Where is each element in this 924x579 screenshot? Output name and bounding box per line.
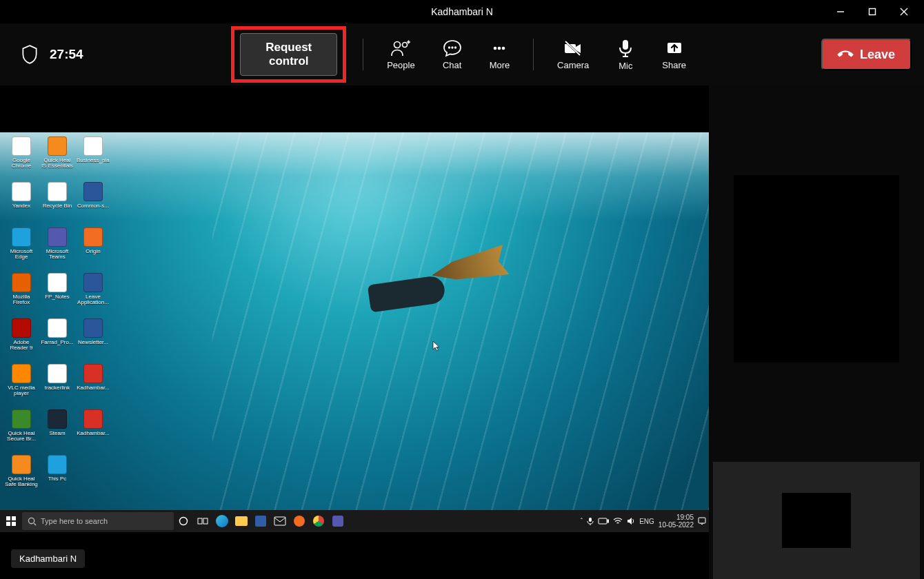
camera-button[interactable]: Camera bbox=[550, 39, 596, 70]
pinned-chrome[interactable] bbox=[309, 511, 328, 531]
presenter-name-tag: Kadhambari N bbox=[11, 549, 85, 568]
mic-button[interactable]: Mic bbox=[610, 39, 641, 71]
pinned-edge[interactable] bbox=[212, 511, 232, 531]
self-video-container bbox=[713, 462, 920, 579]
svg-rect-11 bbox=[6, 516, 10, 520]
svg-rect-18 bbox=[203, 518, 208, 524]
taskbar: Type here to search ˆ ENG bbox=[0, 510, 709, 532]
desktop-app-icon[interactable]: Quick Heal Secure Br... bbox=[4, 409, 39, 451]
svg-point-4 bbox=[452, 47, 453, 48]
share-button[interactable]: Share bbox=[655, 39, 693, 70]
more-label: More bbox=[490, 60, 510, 70]
svg-rect-22 bbox=[607, 520, 609, 522]
svg-point-2 bbox=[403, 42, 408, 47]
svg-point-7 bbox=[498, 46, 501, 50]
tray-mic-icon[interactable] bbox=[587, 517, 594, 525]
mic-label: Mic bbox=[619, 61, 632, 71]
desktop-app-icon[interactable]: Recycle Bin bbox=[40, 182, 74, 223]
pinned-explorer[interactable] bbox=[232, 511, 251, 531]
tray-notifications-icon[interactable] bbox=[698, 517, 706, 525]
start-button[interactable] bbox=[3, 513, 19, 529]
desktop-app-icon[interactable]: Steam bbox=[40, 409, 74, 451]
self-video-tile[interactable] bbox=[782, 493, 851, 548]
shared-desktop: Google ChromeQuick Heal IS EssentialsBus… bbox=[0, 132, 709, 532]
desktop-app-icon[interactable]: Kadhambar... bbox=[76, 409, 110, 451]
desktop-app-icon[interactable]: Microsoft Teams bbox=[40, 227, 74, 269]
leave-label: Leave bbox=[860, 48, 895, 62]
search-placeholder: Type here to search bbox=[41, 517, 108, 525]
chat-button[interactable]: Chat bbox=[436, 39, 469, 70]
desktop-app-icon[interactable]: Origin bbox=[76, 227, 110, 269]
desktop-app-icon[interactable]: Farrad_Pro... bbox=[40, 318, 74, 360]
desktop-app-icon[interactable]: Adobe Reader 9 bbox=[4, 318, 39, 360]
people-button[interactable]: People bbox=[380, 39, 421, 70]
minimize-button[interactable] bbox=[825, 0, 856, 23]
pinned-store[interactable] bbox=[251, 511, 270, 531]
desktop-app-icon[interactable]: Quick Heal IS Essentials bbox=[40, 136, 74, 178]
participants-panel bbox=[709, 85, 924, 579]
desktop-app-icon[interactable]: Newsletter... bbox=[76, 318, 110, 360]
mic-icon bbox=[616, 39, 634, 58]
desktop-app-icon[interactable]: VLC media player bbox=[4, 364, 39, 405]
desktop-app-icon[interactable]: Business_plan bbox=[76, 136, 110, 178]
close-button[interactable] bbox=[888, 0, 920, 23]
svg-rect-20 bbox=[589, 518, 592, 522]
desktop-app-icon[interactable]: Kadhambar... bbox=[76, 364, 110, 405]
pinned-origin[interactable] bbox=[290, 511, 309, 531]
camera-label: Camera bbox=[557, 60, 589, 70]
svg-rect-14 bbox=[12, 522, 16, 526]
svg-rect-23 bbox=[699, 518, 705, 523]
desktop-app-icon[interactable]: Microsoft Edge bbox=[4, 227, 39, 269]
call-duration: 27:54 bbox=[50, 47, 83, 62]
svg-point-3 bbox=[448, 47, 450, 48]
cursor-icon bbox=[432, 341, 441, 354]
desktop-app-icon[interactable]: trackerlink bbox=[40, 364, 74, 405]
desktop-app-icon[interactable]: Quick Heal Safe Banking bbox=[4, 455, 39, 496]
leave-button[interactable]: Leave bbox=[821, 39, 912, 70]
svg-point-15 bbox=[28, 518, 34, 523]
svg-point-16 bbox=[180, 518, 188, 525]
desktop-app-icon[interactable]: Leave Application... bbox=[76, 273, 110, 314]
camera-off-icon bbox=[563, 39, 583, 57]
desktop-app-icon[interactable]: Common-s... bbox=[76, 182, 110, 223]
tray-volume-icon[interactable] bbox=[627, 517, 635, 525]
tray-date[interactable]: 10-05-2022 bbox=[659, 521, 694, 529]
taskbar-search[interactable]: Type here to search bbox=[22, 512, 174, 530]
separator bbox=[533, 39, 534, 70]
call-toolbar: 27:54 Request control People Chat bbox=[0, 23, 924, 85]
tray-arrow-icon[interactable]: ˆ bbox=[581, 518, 583, 525]
more-button[interactable]: More bbox=[483, 39, 517, 70]
tray-language[interactable]: ENG bbox=[639, 518, 654, 525]
chat-icon bbox=[443, 39, 462, 57]
svg-point-6 bbox=[494, 46, 497, 50]
svg-point-8 bbox=[502, 46, 505, 50]
cortana-icon[interactable] bbox=[174, 511, 193, 531]
participant-video-tile[interactable] bbox=[734, 175, 899, 363]
maximize-button[interactable] bbox=[856, 0, 888, 23]
tray-time[interactable]: 19:05 bbox=[659, 514, 694, 521]
shared-screen-area: Google ChromeQuick Heal IS EssentialsBus… bbox=[0, 85, 709, 579]
desktop-app-icon[interactable]: FP_Notes bbox=[40, 273, 74, 314]
svg-point-5 bbox=[454, 47, 456, 48]
svg-rect-21 bbox=[599, 518, 607, 524]
svg-rect-9 bbox=[623, 40, 628, 50]
pinned-mail[interactable] bbox=[270, 511, 290, 531]
tray-battery-icon[interactable] bbox=[598, 518, 609, 525]
pinned-teams[interactable] bbox=[328, 511, 348, 531]
request-control-button[interactable]: Request control bbox=[240, 33, 337, 76]
window-title: Kadhambari N bbox=[0, 6, 924, 17]
chat-label: Chat bbox=[443, 60, 461, 70]
desktop-app-icon[interactable]: This Pc bbox=[40, 455, 74, 496]
desktop-app-icon[interactable]: Mozilla Firefox bbox=[4, 273, 39, 314]
tray-wifi-icon[interactable] bbox=[613, 518, 623, 525]
separator bbox=[363, 39, 363, 70]
taskview-icon[interactable] bbox=[193, 511, 212, 531]
share-icon bbox=[665, 39, 684, 57]
people-label: People bbox=[387, 60, 414, 70]
desktop-app-icon[interactable]: Google Chrome bbox=[4, 136, 39, 178]
desktop-app-icon[interactable]: Yandex bbox=[4, 182, 39, 223]
highlight-box: Request control bbox=[231, 26, 346, 83]
more-icon bbox=[490, 39, 509, 57]
people-icon bbox=[390, 39, 411, 57]
svg-rect-17 bbox=[198, 518, 202, 524]
